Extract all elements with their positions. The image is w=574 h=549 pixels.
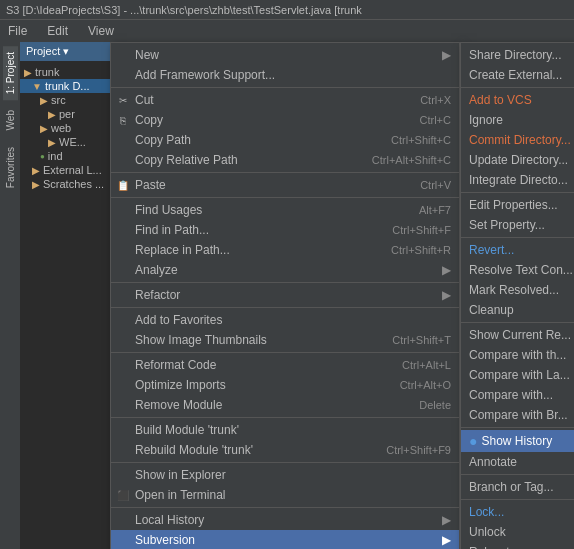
project-label: Project ▾ [26, 45, 69, 58]
menu-add-favorites[interactable]: Add to Favorites [111, 310, 459, 330]
svn-sep-4 [461, 322, 574, 323]
menu-subversion-label: Subversion [135, 533, 195, 547]
svn-annotate[interactable]: Annotate [461, 452, 574, 472]
svn-resolve-text-label: Resolve Text Con... [469, 263, 573, 277]
context-menu: New ▶ Add Framework Support... ✂ Cut Ctr… [110, 42, 460, 549]
svn-compare-br-label: Compare with Br... [469, 408, 568, 422]
svn-compare-with[interactable]: Compare with... [461, 385, 574, 405]
svn-commit[interactable]: Commit Directory... [461, 130, 574, 150]
menu-build[interactable]: Build Module 'trunk' [111, 420, 459, 440]
copy-relative-shortcut: Ctrl+Alt+Shift+C [372, 154, 451, 166]
replace-shortcut: Ctrl+Shift+R [391, 244, 451, 256]
svn-sep-2 [461, 192, 574, 193]
menu-analyze[interactable]: Analyze ▶ [111, 260, 459, 280]
title-text: S3 [D:\IdeaProjects\S3] - ...\trunk\src\… [6, 4, 362, 16]
svn-sep-1 [461, 87, 574, 88]
menu-local-history-label: Local History [135, 513, 204, 527]
menu-open-terminal[interactable]: ⬛ Open in Terminal [111, 485, 459, 505]
menu-cut-label: Cut [135, 93, 154, 107]
svn-mark-resolved[interactable]: Mark Resolved... [461, 280, 574, 300]
svn-branch-tag[interactable]: Branch or Tag... [461, 477, 574, 497]
arrow-icon: ▶ [442, 288, 451, 302]
sidebar-tab-web[interactable]: Web [3, 104, 18, 136]
menu-open-terminal-label: Open in Terminal [135, 488, 226, 502]
svn-edit-props[interactable]: Edit Properties... [461, 195, 574, 215]
menu-file[interactable]: File [4, 22, 31, 40]
separator-1 [111, 87, 459, 88]
menu-find-usages[interactable]: Find Usages Alt+F7 [111, 200, 459, 220]
sidebar-tab-favorites[interactable]: Favorites [3, 141, 18, 194]
menu-bar: File Edit View [0, 20, 460, 42]
menu-new[interactable]: New ▶ [111, 45, 459, 65]
menu-show-thumbnails[interactable]: Show Image Thumbnails Ctrl+Shift+T [111, 330, 459, 350]
menu-paste[interactable]: 📋 Paste Ctrl+V [111, 175, 459, 195]
svn-compare-th[interactable]: Compare with th... [461, 345, 574, 365]
svn-create-external[interactable]: Create External... [461, 65, 574, 85]
menu-subversion[interactable]: Subversion ▶ [111, 530, 459, 549]
svn-show-current[interactable]: Show Current Re... [461, 325, 574, 345]
menu-remove-module[interactable]: Remove Module Delete [111, 395, 459, 415]
svn-sep-6 [461, 474, 574, 475]
title-bar: S3 [D:\IdeaProjects\S3] - ...\trunk\src\… [0, 0, 574, 20]
sidebar-tab-project[interactable]: 1: Project [3, 46, 18, 100]
cut-icon: ✂ [115, 92, 131, 108]
svn-sep-7 [461, 499, 574, 500]
optimize-shortcut: Ctrl+Alt+O [400, 379, 451, 391]
folder-icon: ▶ [32, 165, 40, 176]
arrow-icon: ▶ [442, 263, 451, 277]
menu-copy-path-label: Copy Path [135, 133, 191, 147]
terminal-icon: ⬛ [115, 487, 131, 503]
svn-relocate[interactable]: Relocate... [461, 542, 574, 549]
svn-update[interactable]: Update Directory... [461, 150, 574, 170]
menu-refactor[interactable]: Refactor ▶ [111, 285, 459, 305]
svn-add-vcs[interactable]: Add to VCS [461, 90, 574, 110]
menu-find-in-path[interactable]: Find in Path... Ctrl+Shift+F [111, 220, 459, 240]
menu-show-explorer[interactable]: Show in Explorer [111, 465, 459, 485]
svn-show-history[interactable]: ● Show History [461, 430, 574, 452]
svn-compare-la-label: Compare with La... [469, 368, 570, 382]
menu-edit[interactable]: Edit [43, 22, 72, 40]
menu-copy-relative[interactable]: Copy Relative Path Ctrl+Alt+Shift+C [111, 150, 459, 170]
svn-share[interactable]: Share Directory... [461, 45, 574, 65]
svn-create-external-label: Create External... [469, 68, 562, 82]
remove-shortcut: Delete [419, 399, 451, 411]
folder-icon: ▶ [24, 67, 32, 78]
bullet-icon: ● [469, 433, 477, 449]
menu-add-framework[interactable]: Add Framework Support... [111, 65, 459, 85]
menu-show-explorer-label: Show in Explorer [135, 468, 226, 482]
folder-icon: ▶ [48, 137, 56, 148]
menu-view[interactable]: View [84, 22, 118, 40]
svn-commit-label: Commit Directory... [469, 133, 571, 147]
rebuild-shortcut: Ctrl+Shift+F9 [386, 444, 451, 456]
svn-unlock[interactable]: Unlock [461, 522, 574, 542]
svn-compare-br[interactable]: Compare with Br... [461, 405, 574, 425]
svn-cleanup[interactable]: Cleanup [461, 300, 574, 320]
svn-set-prop-label: Set Property... [469, 218, 545, 232]
menu-cut[interactable]: ✂ Cut Ctrl+X [111, 90, 459, 110]
separator-5 [111, 307, 459, 308]
svn-revert[interactable]: Revert... [461, 240, 574, 260]
menu-reformat-label: Reformat Code [135, 358, 216, 372]
svn-integrate-label: Integrate Directo... [469, 173, 568, 187]
svn-lock[interactable]: Lock... [461, 502, 574, 522]
menu-optimize[interactable]: Optimize Imports Ctrl+Alt+O [111, 375, 459, 395]
svn-resolve-text[interactable]: Resolve Text Con... [461, 260, 574, 280]
menu-local-history[interactable]: Local History ▶ [111, 510, 459, 530]
menu-optimize-label: Optimize Imports [135, 378, 226, 392]
svn-compare-la[interactable]: Compare with La... [461, 365, 574, 385]
menu-copy-relative-label: Copy Relative Path [135, 153, 238, 167]
menu-copy[interactable]: ⎘ Copy Ctrl+C [111, 110, 459, 130]
svn-revert-label: Revert... [469, 243, 514, 257]
svn-set-prop[interactable]: Set Property... [461, 215, 574, 235]
svn-integrate[interactable]: Integrate Directo... [461, 170, 574, 190]
menu-copy-path[interactable]: Copy Path Ctrl+Shift+C [111, 130, 459, 150]
svn-ignore[interactable]: Ignore [461, 110, 574, 130]
svn-compare-th-label: Compare with th... [469, 348, 566, 362]
find-usages-shortcut: Alt+F7 [419, 204, 451, 216]
menu-rebuild[interactable]: Rebuild Module 'trunk' Ctrl+Shift+F9 [111, 440, 459, 460]
cut-shortcut: Ctrl+X [420, 94, 451, 106]
menu-replace-in-path[interactable]: Replace in Path... Ctrl+Shift+R [111, 240, 459, 260]
menu-reformat[interactable]: Reformat Code Ctrl+Alt+L [111, 355, 459, 375]
menu-find-usages-label: Find Usages [135, 203, 202, 217]
folder-icon: ▼ [32, 81, 42, 92]
